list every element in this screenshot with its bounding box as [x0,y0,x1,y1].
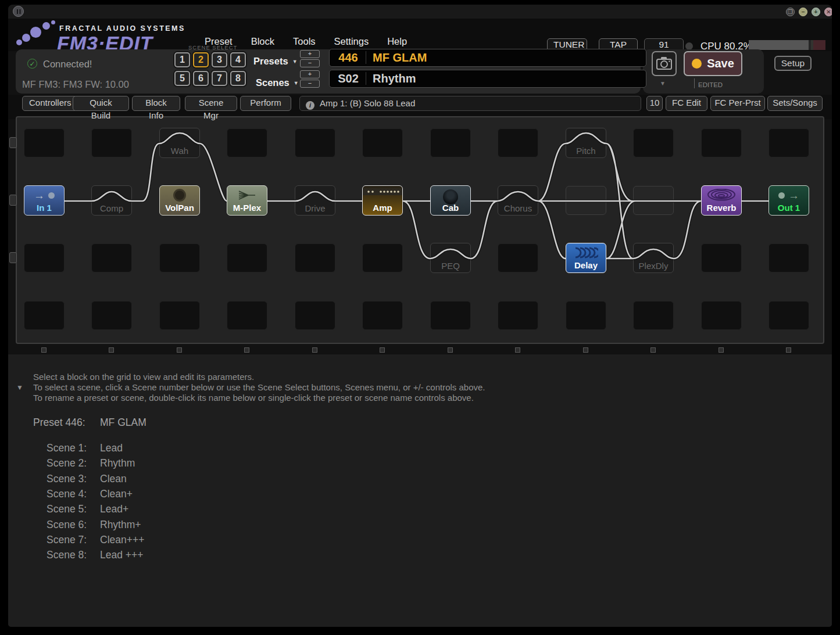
grid-empty-slot[interactable] [768,301,809,330]
footer-preset-line[interactable]: Preset 446: MF GLAM [33,417,85,429]
footer-scene-name[interactable]: Rhythm [100,457,240,469]
grid-empty-slot[interactable] [24,128,65,157]
menu-block[interactable]: Block [251,36,274,47]
scenes-dropdown[interactable]: Scenes [256,77,299,88]
grid-empty-slot[interactable] [498,243,538,272]
grid-empty-slot[interactable] [227,243,267,272]
preset-increment-button[interactable]: + [300,50,320,58]
block-delay[interactable]: Delay [566,243,606,273]
menu-settings[interactable]: Settings [334,36,369,47]
presets-dropdown[interactable]: Presets [253,56,298,67]
scene-select-3[interactable]: 3 [212,52,227,67]
scene-increment-button[interactable]: + [300,70,320,78]
tab-controllers[interactable]: Controllers [22,96,78,111]
footer-scene-row[interactable]: Scene 2:Rhythm [47,457,87,469]
grid-empty-slot[interactable] [768,128,809,157]
tab-perform[interactable]: Perform [240,96,291,111]
tab-fc-edit[interactable]: FC Edit [666,96,707,111]
grid-empty-slot[interactable] [498,301,538,330]
grid-column-marker[interactable] [312,347,317,353]
scene-number[interactable]: S02 [334,72,362,85]
scene-select-8[interactable]: 8 [230,71,246,86]
grid-empty-slot[interactable] [701,128,742,157]
grid-empty-slot[interactable] [227,301,267,330]
grid-empty-slot[interactable] [633,128,674,157]
setup-button[interactable]: Setup [774,56,812,71]
grid-empty-slot[interactable] [362,301,403,330]
scene-select-1[interactable]: 1 [174,52,190,67]
footer-scene-name[interactable]: Clean+++ [100,534,240,546]
block-volpan[interactable]: VolPan [159,185,200,216]
grid-empty-slot[interactable] [295,243,335,272]
footer-scene-name[interactable]: Clean [100,473,240,485]
grid-column-marker[interactable] [448,347,453,353]
block-out-1[interactable]: →Out 1 [768,185,809,216]
tab-scene-mgr[interactable]: Scene Mgr [185,96,237,111]
collapse-panel-icon[interactable]: ▼ [16,383,23,392]
scene-name[interactable]: Rhythm [373,72,416,85]
block-comp[interactable]: Comp [91,185,132,216]
block-pitch[interactable]: Pitch [566,128,606,158]
footer-scene-name[interactable]: Lead +++ [100,549,240,561]
scene-decrement-button[interactable]: − [300,80,320,88]
footer-scene-row[interactable]: Scene 1:Lead [47,442,87,454]
tab-sets-songs[interactable]: Sets/Songs [767,96,823,111]
scene-select-4[interactable]: 4 [230,52,246,67]
grid-row-connector[interactable] [9,137,17,148]
block-in-1[interactable]: →In 1 [24,185,65,216]
camera-dropdown-icon[interactable]: ▼ [660,80,666,87]
tab-block-info[interactable]: Block Info [132,96,180,111]
footer-scene-row[interactable]: Scene 3:Clean [47,473,87,485]
maximize-window-icon[interactable]: + [812,8,820,16]
preset-number[interactable]: 446 [334,51,362,64]
snapshot-camera-button[interactable] [652,51,677,76]
grid-empty-slot[interactable] [24,243,65,272]
grid-empty-slot[interactable] [701,243,742,272]
grid-shunt-slot[interactable] [566,186,606,215]
grid-empty-slot[interactable] [768,243,809,272]
block-reverb[interactable]: Reverb [701,185,742,216]
block-peq[interactable]: PEQ [430,243,471,273]
block-m-plex[interactable]: M-Plex [227,185,267,216]
grid-column-marker[interactable] [786,347,791,353]
restore-window-icon[interactable]: ❐ [786,8,795,16]
grid-empty-slot[interactable] [24,301,65,330]
block-cab[interactable]: Cab [430,185,471,216]
grid-column-marker[interactable] [177,347,182,353]
menu-tools[interactable]: Tools [293,36,316,47]
grid-empty-slot[interactable] [701,301,742,330]
grid-empty-slot[interactable] [498,128,538,157]
grid-column-marker[interactable] [719,347,724,353]
grid-shunt-slot[interactable] [633,186,674,215]
scene-display[interactable]: S02 Rhythm [329,70,646,88]
block-wah[interactable]: Wah [159,128,200,158]
grid-column-marker[interactable] [109,347,114,353]
tab-quick-build[interactable]: Quick Build [73,96,129,111]
tab-fc-per-prst[interactable]: FC Per-Prst [710,96,765,111]
footer-scene-row[interactable]: Scene 5:Lead+ [47,503,87,515]
preset-decrement-button[interactable]: − [300,59,320,67]
grid-empty-slot[interactable] [91,301,132,330]
grid-empty-slot[interactable] [633,301,674,330]
block-amp[interactable]: Amp [362,185,403,216]
grid-empty-slot[interactable] [430,301,471,330]
grid-empty-slot[interactable] [227,128,267,157]
save-button[interactable]: Save [684,51,742,76]
grid-column-marker[interactable] [650,347,656,353]
menu-help[interactable]: Help [387,36,407,47]
footer-scene-row[interactable]: Scene 8:Lead +++ [47,549,87,561]
tab-10[interactable]: 10 [646,96,663,111]
scene-select-6[interactable]: 6 [193,71,209,86]
grid-empty-slot[interactable] [159,301,200,330]
footer-scene-name[interactable]: Lead+ [100,503,240,515]
grid-row-connector[interactable] [9,252,17,263]
grid-empty-slot[interactable] [295,301,335,330]
grid-empty-slot[interactable] [362,128,403,157]
grid-column-marker[interactable] [380,347,385,353]
preset-display[interactable]: 446 MF GLAM [329,49,646,67]
grid-column-marker[interactable] [244,347,249,353]
footer-scene-name[interactable]: Clean+ [100,488,240,500]
footer-scene-name[interactable]: Lead [100,442,240,454]
footer-scene-row[interactable]: Scene 6:Rhythm+ [47,519,87,531]
grid-column-marker[interactable] [583,347,588,353]
